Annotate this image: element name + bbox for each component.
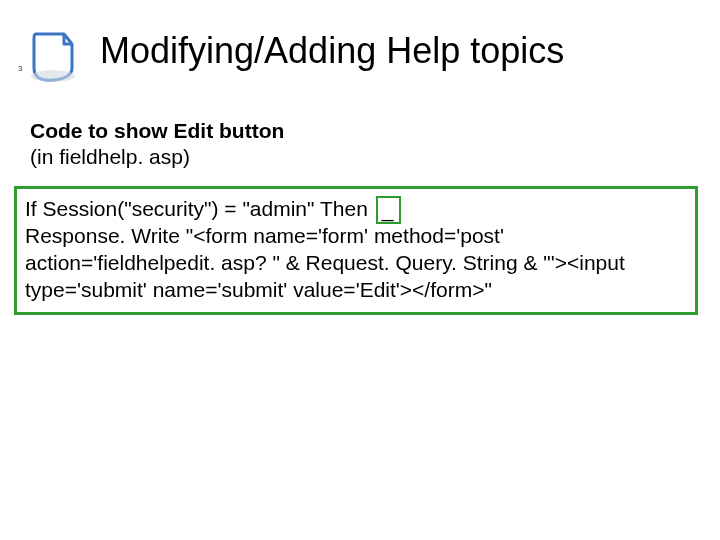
subtitle: Code to show Edit button (in fieldhelp. …	[30, 118, 284, 171]
line-continuation-highlight: _	[376, 196, 402, 224]
subtitle-note: (in fieldhelp. asp)	[30, 144, 284, 170]
slide: 3 Modifying/Adding Help topics Code to s…	[0, 0, 720, 540]
document-icon	[24, 28, 82, 86]
code-text-rest: Response. Write "<form name='form' metho…	[25, 224, 625, 301]
page-number: 3	[18, 64, 22, 73]
code-block: If Session("security") = "admin" Then _ …	[14, 186, 698, 315]
subtitle-heading: Code to show Edit button	[30, 118, 284, 144]
svg-point-0	[31, 70, 75, 82]
slide-title: Modifying/Adding Help topics	[100, 30, 564, 72]
code-text: If Session("security") = "admin" Then	[25, 197, 368, 220]
code-line-1: If Session("security") = "admin" Then _	[25, 195, 687, 223]
